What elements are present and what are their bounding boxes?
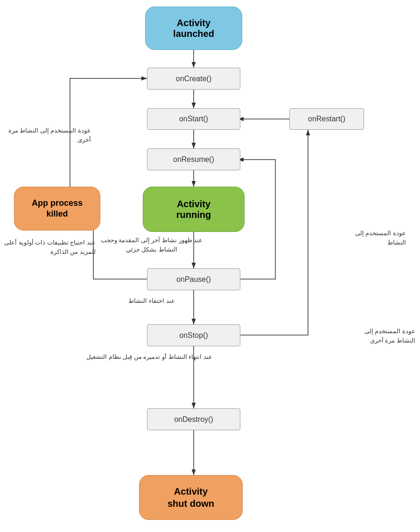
label-return-user-right2: عودة المستخدم إلى النشاط مرة أخرى [345, 327, 415, 345]
label-return-user-top: عودة المستخدم إلى النشاط مرة أخرى [5, 126, 91, 144]
on-create-node: onCreate() [147, 68, 240, 90]
on-create-label: onCreate() [176, 75, 211, 83]
label-need-priority-apps: عند احتياج تطبيقات ذات أولوية أعلى للمزي… [2, 238, 96, 256]
activity-running-node: Activity running [143, 187, 245, 232]
on-start-node: onStart() [147, 108, 240, 130]
activity-launched-label: Activity launched [173, 18, 214, 39]
on-pause-node: onPause() [147, 268, 240, 290]
label-return-user-right1: عودة المستخدم إلى النشاط [341, 229, 406, 247]
activity-launched-node: Activity launched [145, 7, 242, 50]
label-activity-ends: عند انتهاء النشاط أو تدميره من قِبل نظام… [75, 352, 224, 362]
on-pause-label: onPause() [176, 275, 211, 284]
diagram-area: Activity launched onCreate() onStart() o… [0, 0, 420, 532]
activity-shutdown-label: Activity shut down [168, 485, 214, 510]
on-start-label: onStart() [179, 115, 208, 123]
on-restart-label: onRestart() [308, 115, 345, 123]
on-destroy-node: onDestroy() [147, 408, 240, 430]
app-process-killed-label: App process killed [32, 198, 83, 220]
activity-shutdown-node: Activity shut down [139, 475, 243, 520]
app-process-killed-node: App process killed [14, 187, 100, 231]
on-destroy-label: onDestroy() [174, 415, 213, 424]
on-resume-node: onResume() [147, 148, 240, 170]
label-activity-disappears: عند اختفاء النشاط [93, 296, 210, 306]
on-restart-node: onRestart() [289, 108, 364, 130]
activity-running-label: Activity running [176, 199, 211, 220]
on-stop-label: onStop() [179, 331, 208, 340]
on-resume-label: onResume() [173, 155, 214, 164]
label-another-activity: عند ظهور نشاط آخر إلى المقدمة وحجب النشا… [93, 236, 210, 254]
on-stop-node: onStop() [147, 324, 240, 346]
